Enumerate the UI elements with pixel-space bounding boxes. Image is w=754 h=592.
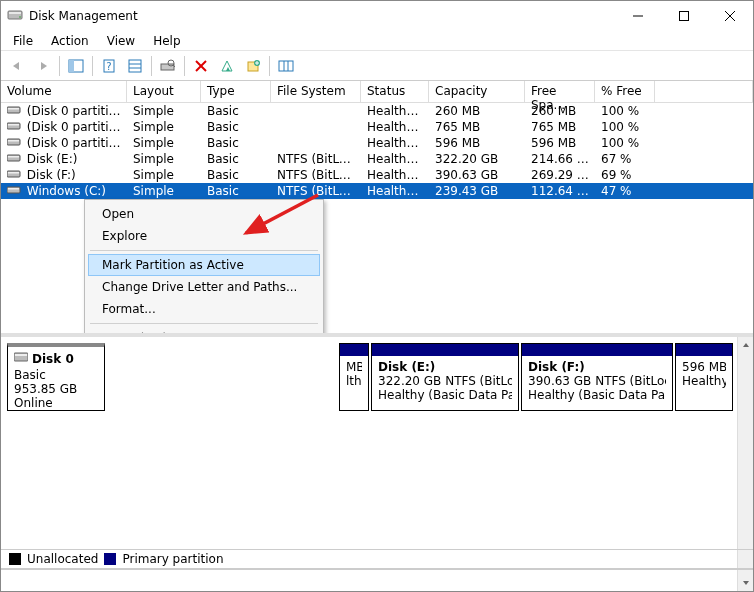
legend-unallocated: Unallocated [27, 552, 98, 566]
volume-icon [7, 169, 21, 179]
svg-rect-4 [680, 12, 689, 21]
svg-rect-40 [15, 354, 27, 356]
volume-list-pane: Volume Layout Type File System Status Ca… [1, 81, 753, 337]
svg-rect-33 [8, 156, 19, 158]
legend-primary-swatch [104, 553, 116, 565]
column-filesystem[interactable]: File System [271, 81, 361, 102]
volume-row[interactable]: Windows (C:)SimpleBasicNTFS (BitLo...Hea… [1, 183, 753, 199]
volume-icon [7, 121, 21, 131]
svg-rect-35 [8, 172, 19, 174]
svg-rect-30 [7, 139, 20, 145]
disk-0-info[interactable]: Disk 0 Basic 953.85 GB Online [7, 343, 105, 411]
volume-row[interactable]: (Disk 0 partition 7)SimpleBasicHealthy (… [1, 135, 753, 151]
volume-icon [7, 185, 21, 195]
legend-primary: Primary partition [122, 552, 223, 566]
context-item[interactable]: Format... [88, 298, 320, 320]
window-title: Disk Management [29, 9, 138, 23]
svg-rect-14 [161, 64, 174, 70]
statusbar [1, 569, 753, 591]
disk-layout-pane: Disk 0 Basic 953.85 GB Online MBlthy (Re… [1, 337, 753, 591]
properties-icon[interactable] [215, 54, 239, 78]
context-item[interactable]: Explore [88, 225, 320, 247]
column-status[interactable]: Status [361, 81, 429, 102]
menu-action[interactable]: Action [43, 32, 97, 50]
partition[interactable]: 596 MBHealthy ( [675, 343, 733, 411]
volume-icon [7, 105, 21, 115]
disk-type: Basic [14, 368, 98, 382]
svg-rect-26 [7, 107, 20, 113]
context-item: Extend Volume... [88, 327, 320, 337]
svg-rect-28 [7, 123, 20, 129]
volume-icon [7, 153, 21, 163]
svg-point-2 [19, 16, 21, 18]
back-icon[interactable] [5, 54, 29, 78]
disk-size: 953.85 GB [14, 382, 98, 396]
rescan-disks-icon[interactable] [156, 54, 180, 78]
minimize-button[interactable] [615, 1, 661, 31]
column-extra[interactable] [655, 81, 753, 102]
partition[interactable]: Disk (E:)322.20 GB NTFS (BitLockHealthy … [371, 343, 519, 411]
svg-rect-32 [7, 155, 20, 161]
legend-unallocated-swatch [9, 553, 21, 565]
menu-view[interactable]: View [99, 32, 143, 50]
columns-icon[interactable] [274, 54, 298, 78]
partition[interactable]: MBlthy (Re [339, 343, 369, 411]
volume-list-header: Volume Layout Type File System Status Ca… [1, 81, 753, 103]
column-volume[interactable]: Volume [1, 81, 127, 102]
svg-rect-37 [8, 188, 19, 190]
maximize-button[interactable] [661, 1, 707, 31]
svg-rect-29 [8, 124, 19, 126]
forward-icon[interactable] [31, 54, 55, 78]
menubar: File Action View Help [1, 31, 753, 51]
column-layout[interactable]: Layout [127, 81, 201, 102]
delete-icon[interactable] [189, 54, 213, 78]
column-percentfree[interactable]: % Free [595, 81, 655, 102]
svg-rect-1 [9, 12, 21, 14]
column-freespace[interactable]: Free Spa... [525, 81, 595, 102]
close-button[interactable] [707, 1, 753, 31]
scroll-up-icon[interactable] [738, 337, 753, 353]
disk-icon [14, 351, 28, 366]
svg-rect-36 [7, 187, 20, 193]
refresh-icon[interactable] [123, 54, 147, 78]
disk-state: Online [14, 396, 98, 410]
app-icon [7, 7, 23, 26]
svg-rect-8 [69, 60, 74, 72]
svg-rect-27 [8, 108, 19, 110]
menu-help[interactable]: Help [145, 32, 188, 50]
menu-file[interactable]: File [5, 32, 41, 50]
context-item[interactable]: Open [88, 203, 320, 225]
svg-rect-31 [8, 140, 19, 142]
show-hide-tree-icon[interactable] [64, 54, 88, 78]
partition[interactable]: Disk (F:)390.63 GB NTFS (BitLockeHealthy… [521, 343, 673, 411]
volume-icon [7, 137, 21, 147]
context-item[interactable]: Mark Partition as Active [88, 254, 320, 276]
volume-row[interactable]: (Disk 0 partition 1)SimpleBasicHealthy (… [1, 103, 753, 119]
new-volume-icon[interactable] [241, 54, 265, 78]
svg-text:?: ? [106, 61, 111, 72]
column-capacity[interactable]: Capacity [429, 81, 525, 102]
column-type[interactable]: Type [201, 81, 271, 102]
volume-row[interactable]: Disk (F:)SimpleBasicNTFS (BitLo...Health… [1, 167, 753, 183]
disk-label: Disk 0 [32, 352, 74, 366]
context-item[interactable]: Change Drive Letter and Paths... [88, 276, 320, 298]
legend: Unallocated Primary partition [1, 549, 753, 569]
svg-rect-11 [129, 60, 141, 72]
volume-row[interactable]: Disk (E:)SimpleBasicNTFS (BitLo...Health… [1, 151, 753, 167]
context-separator [90, 250, 318, 251]
context-separator [90, 323, 318, 324]
help-icon[interactable]: ? [97, 54, 121, 78]
svg-rect-23 [279, 61, 293, 71]
toolbar: ? [1, 51, 753, 81]
context-menu: OpenExploreMark Partition as ActiveChang… [84, 199, 324, 337]
titlebar: Disk Management [1, 1, 753, 31]
svg-rect-34 [7, 171, 20, 177]
volume-row[interactable]: (Disk 0 partition 4)SimpleBasicHealthy (… [1, 119, 753, 135]
